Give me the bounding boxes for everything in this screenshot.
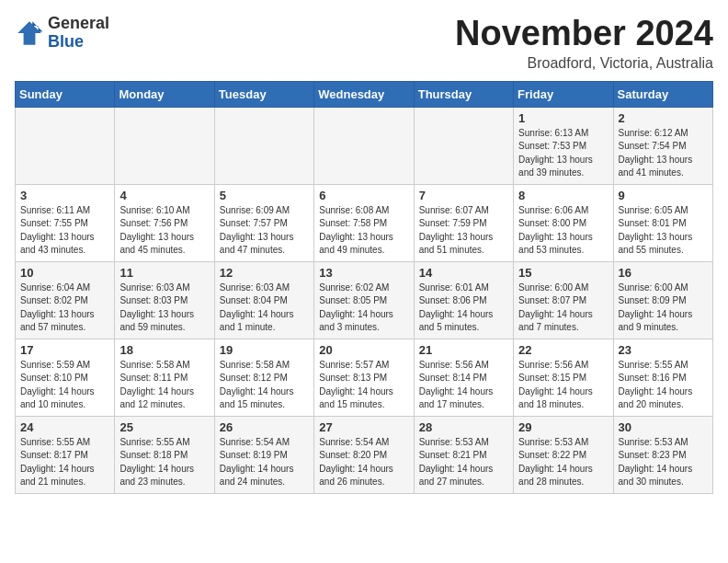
calendar: SundayMondayTuesdayWednesdayThursdayFrid…: [15, 81, 713, 494]
day-number: 12: [220, 266, 309, 280]
calendar-cell: 21Sunrise: 5:56 AM Sunset: 8:14 PM Dayli…: [414, 339, 513, 416]
day-info: Sunrise: 6:02 AM Sunset: 8:05 PM Dayligh…: [319, 282, 408, 335]
day-info: Sunrise: 5:58 AM Sunset: 8:12 PM Dayligh…: [220, 359, 309, 412]
calendar-cell: 24Sunrise: 5:55 AM Sunset: 8:17 PM Dayli…: [16, 416, 115, 493]
day-number: 13: [319, 266, 408, 280]
weekday-header-wednesday: Wednesday: [314, 81, 414, 107]
day-info: Sunrise: 6:09 AM Sunset: 7:57 PM Dayligh…: [220, 204, 309, 258]
weekday-header-thursday: Thursday: [414, 81, 513, 107]
calendar-cell: 2Sunrise: 6:12 AM Sunset: 7:54 PM Daylig…: [613, 107, 712, 184]
day-info: Sunrise: 6:03 AM Sunset: 8:04 PM Dayligh…: [220, 282, 309, 335]
calendar-cell: 1Sunrise: 6:13 AM Sunset: 7:53 PM Daylig…: [514, 107, 613, 184]
day-number: 10: [20, 266, 109, 280]
day-info: Sunrise: 6:07 AM Sunset: 7:59 PM Dayligh…: [419, 204, 508, 258]
calendar-cell: [16, 107, 115, 184]
weekday-header-saturday: Saturday: [613, 81, 712, 107]
day-number: 2: [619, 111, 708, 125]
day-info: Sunrise: 5:53 AM Sunset: 8:22 PM Dayligh…: [518, 436, 608, 489]
day-info: Sunrise: 6:03 AM Sunset: 8:03 PM Dayligh…: [119, 282, 209, 335]
day-number: 3: [20, 189, 109, 202]
day-info: Sunrise: 6:06 AM Sunset: 8:00 PM Dayligh…: [518, 204, 608, 258]
day-number: 17: [20, 343, 109, 357]
day-info: Sunrise: 5:59 AM Sunset: 8:10 PM Dayligh…: [20, 359, 109, 412]
day-number: 19: [220, 343, 309, 357]
day-number: 1: [518, 111, 608, 125]
day-info: Sunrise: 6:00 AM Sunset: 8:09 PM Dayligh…: [619, 282, 708, 335]
day-number: 6: [319, 189, 408, 202]
calendar-cell: 17Sunrise: 5:59 AM Sunset: 8:10 PM Dayli…: [16, 339, 115, 416]
location-subtitle: Broadford, Victoria, Australia: [455, 55, 713, 72]
day-info: Sunrise: 6:01 AM Sunset: 8:06 PM Dayligh…: [419, 282, 508, 335]
calendar-cell: 10Sunrise: 6:04 AM Sunset: 8:02 PM Dayli…: [16, 261, 115, 339]
calendar-cell: 29Sunrise: 5:53 AM Sunset: 8:22 PM Dayli…: [514, 416, 613, 493]
day-info: Sunrise: 5:56 AM Sunset: 8:15 PM Dayligh…: [518, 359, 608, 412]
calendar-cell: 12Sunrise: 6:03 AM Sunset: 8:04 PM Dayli…: [214, 261, 313, 339]
day-info: Sunrise: 5:57 AM Sunset: 8:13 PM Dayligh…: [319, 359, 408, 412]
logo-text: General Blue: [48, 15, 109, 52]
calendar-week-4: 17Sunrise: 5:59 AM Sunset: 8:10 PM Dayli…: [16, 339, 713, 416]
day-number: 25: [119, 420, 209, 434]
day-number: 18: [119, 343, 209, 357]
logo: General Blue: [15, 15, 109, 52]
calendar-week-3: 10Sunrise: 6:04 AM Sunset: 8:02 PM Dayli…: [16, 261, 713, 339]
calendar-cell: [214, 107, 313, 184]
day-number: 21: [419, 343, 508, 357]
calendar-cell: 22Sunrise: 5:56 AM Sunset: 8:15 PM Dayli…: [514, 339, 613, 416]
calendar-cell: 6Sunrise: 6:08 AM Sunset: 7:58 PM Daylig…: [314, 184, 414, 261]
weekday-header-friday: Friday: [514, 81, 613, 107]
logo-general: General: [48, 14, 109, 32]
day-info: Sunrise: 6:08 AM Sunset: 7:58 PM Dayligh…: [319, 204, 408, 258]
day-info: Sunrise: 6:00 AM Sunset: 8:07 PM Dayligh…: [518, 282, 608, 335]
calendar-cell: 20Sunrise: 5:57 AM Sunset: 8:13 PM Dayli…: [314, 339, 414, 416]
day-number: 14: [419, 266, 508, 280]
day-number: 23: [619, 343, 708, 357]
calendar-cell: 18Sunrise: 5:58 AM Sunset: 8:11 PM Dayli…: [115, 339, 214, 416]
calendar-cell: 3Sunrise: 6:11 AM Sunset: 7:55 PM Daylig…: [16, 184, 115, 261]
day-info: Sunrise: 5:53 AM Sunset: 8:23 PM Dayligh…: [619, 436, 708, 489]
day-info: Sunrise: 5:54 AM Sunset: 8:19 PM Dayligh…: [220, 436, 309, 489]
day-number: 24: [20, 420, 109, 434]
month-title: November 2024: [455, 15, 713, 53]
weekday-header-monday: Monday: [115, 81, 214, 107]
calendar-cell: 23Sunrise: 5:55 AM Sunset: 8:16 PM Dayli…: [613, 339, 712, 416]
title-section: November 2024 Broadford, Victoria, Austr…: [455, 15, 713, 72]
calendar-cell: 27Sunrise: 5:54 AM Sunset: 8:20 PM Dayli…: [314, 416, 414, 493]
day-number: 30: [619, 420, 708, 434]
logo-icon: [15, 18, 44, 48]
day-info: Sunrise: 6:12 AM Sunset: 7:54 PM Dayligh…: [619, 127, 708, 180]
day-info: Sunrise: 5:56 AM Sunset: 8:14 PM Dayligh…: [419, 359, 508, 412]
calendar-week-2: 3Sunrise: 6:11 AM Sunset: 7:55 PM Daylig…: [16, 184, 713, 261]
day-number: 22: [518, 343, 608, 357]
day-info: Sunrise: 5:54 AM Sunset: 8:20 PM Dayligh…: [319, 436, 408, 489]
day-info: Sunrise: 6:04 AM Sunset: 8:02 PM Dayligh…: [20, 282, 109, 335]
day-info: Sunrise: 6:10 AM Sunset: 7:56 PM Dayligh…: [119, 204, 209, 258]
day-number: 15: [518, 266, 608, 280]
weekday-header-tuesday: Tuesday: [214, 81, 313, 107]
calendar-cell: 14Sunrise: 6:01 AM Sunset: 8:06 PM Dayli…: [414, 261, 513, 339]
weekday-header-sunday: Sunday: [16, 81, 115, 107]
day-number: 27: [319, 420, 408, 434]
calendar-cell: 7Sunrise: 6:07 AM Sunset: 7:59 PM Daylig…: [414, 184, 513, 261]
day-number: 4: [119, 189, 209, 202]
day-number: 8: [518, 189, 608, 202]
calendar-body: 1Sunrise: 6:13 AM Sunset: 7:53 PM Daylig…: [16, 107, 713, 493]
calendar-cell: 5Sunrise: 6:09 AM Sunset: 7:57 PM Daylig…: [214, 184, 313, 261]
calendar-cell: 26Sunrise: 5:54 AM Sunset: 8:19 PM Dayli…: [214, 416, 313, 493]
day-info: Sunrise: 5:55 AM Sunset: 8:17 PM Dayligh…: [20, 436, 109, 489]
day-info: Sunrise: 5:53 AM Sunset: 8:21 PM Dayligh…: [419, 436, 508, 489]
day-number: 11: [119, 266, 209, 280]
day-info: Sunrise: 6:05 AM Sunset: 8:01 PM Dayligh…: [619, 204, 708, 258]
calendar-cell: 19Sunrise: 5:58 AM Sunset: 8:12 PM Dayli…: [214, 339, 313, 416]
calendar-cell: 4Sunrise: 6:10 AM Sunset: 7:56 PM Daylig…: [115, 184, 214, 261]
day-number: 7: [419, 189, 508, 202]
day-number: 20: [319, 343, 408, 357]
day-info: Sunrise: 5:58 AM Sunset: 8:11 PM Dayligh…: [119, 359, 209, 412]
day-info: Sunrise: 6:13 AM Sunset: 7:53 PM Dayligh…: [518, 127, 608, 180]
weekday-header-row: SundayMondayTuesdayWednesdayThursdayFrid…: [16, 81, 713, 107]
calendar-cell: 13Sunrise: 6:02 AM Sunset: 8:05 PM Dayli…: [314, 261, 414, 339]
calendar-cell: 16Sunrise: 6:00 AM Sunset: 8:09 PM Dayli…: [613, 261, 712, 339]
calendar-cell: [314, 107, 414, 184]
day-info: Sunrise: 5:55 AM Sunset: 8:18 PM Dayligh…: [119, 436, 209, 489]
calendar-cell: 28Sunrise: 5:53 AM Sunset: 8:21 PM Dayli…: [414, 416, 513, 493]
day-number: 9: [619, 189, 708, 202]
